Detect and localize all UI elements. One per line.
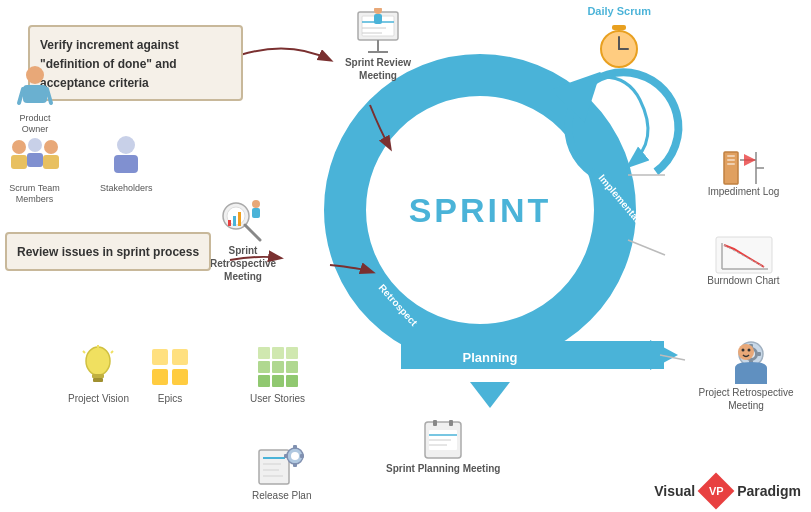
actor-stakeholders-label: Stakeholders bbox=[100, 183, 153, 194]
impediment-log-item: Impediment Log bbox=[686, 150, 801, 197]
svg-point-103 bbox=[748, 349, 751, 352]
svg-rect-60 bbox=[152, 369, 168, 385]
svg-rect-32 bbox=[252, 208, 260, 218]
planning-icon bbox=[421, 418, 465, 462]
svg-rect-51 bbox=[114, 155, 138, 173]
svg-rect-58 bbox=[152, 349, 168, 365]
svg-rect-29 bbox=[233, 216, 236, 226]
svg-point-52 bbox=[86, 347, 110, 375]
svg-point-102 bbox=[742, 349, 745, 352]
svg-rect-67 bbox=[286, 361, 298, 373]
svg-rect-38 bbox=[433, 420, 437, 426]
sprint-retro-meeting: Sprint Retrospective Meeting bbox=[198, 198, 288, 283]
release-plan-item: Release Plan bbox=[252, 440, 311, 501]
svg-text:SPRINT: SPRINT bbox=[409, 191, 552, 229]
sprint-planning-meeting: Sprint Planning Meeting bbox=[386, 418, 500, 475]
sprint-review-meeting: Sprint Review Meeting bbox=[338, 8, 418, 82]
svg-line-42 bbox=[19, 89, 23, 103]
sprint-retro-label: Sprint Retrospective Meeting bbox=[198, 244, 288, 283]
epics-item: Epics bbox=[148, 345, 192, 404]
svg-point-46 bbox=[28, 138, 42, 152]
svg-text:Review: Review bbox=[400, 116, 431, 150]
svg-rect-30 bbox=[238, 212, 241, 226]
svg-rect-39 bbox=[449, 420, 453, 426]
svg-line-43 bbox=[47, 89, 51, 103]
daily-scrum-label: Daily Scrum bbox=[587, 5, 651, 17]
vp-visual-text: Visual bbox=[654, 483, 695, 499]
svg-point-31 bbox=[252, 200, 260, 208]
svg-rect-45 bbox=[11, 155, 27, 169]
impediment-log-label: Impediment Log bbox=[708, 186, 780, 197]
svg-rect-49 bbox=[43, 155, 59, 169]
svg-rect-47 bbox=[27, 153, 43, 167]
burndown-chart-item: Burndown Chart bbox=[686, 235, 801, 286]
user-stories-item: User Stories bbox=[250, 345, 305, 404]
svg-rect-84 bbox=[727, 159, 735, 161]
epics-label: Epics bbox=[148, 393, 192, 404]
actor-stakeholders: Stakeholders bbox=[100, 135, 153, 194]
svg-rect-15 bbox=[612, 25, 626, 30]
stakeholders-icon bbox=[106, 135, 146, 179]
svg-rect-79 bbox=[293, 463, 297, 467]
svg-point-50 bbox=[117, 136, 135, 154]
svg-point-101 bbox=[738, 344, 754, 360]
svg-text:Implementation: Implementation bbox=[596, 172, 652, 236]
svg-rect-62 bbox=[258, 347, 270, 359]
actor-product-owner-label: Product Owner bbox=[5, 113, 65, 135]
callout-review-issues: Review issues in sprint process bbox=[5, 232, 211, 271]
svg-rect-54 bbox=[93, 378, 103, 382]
svg-point-40 bbox=[26, 66, 44, 84]
svg-point-44 bbox=[12, 140, 26, 154]
svg-rect-83 bbox=[727, 155, 735, 157]
svg-rect-78 bbox=[293, 445, 297, 449]
lightbulb-icon bbox=[76, 345, 120, 389]
burndown-chart-label: Burndown Chart bbox=[707, 275, 779, 286]
svg-rect-85 bbox=[727, 163, 735, 165]
sprint-review-label: Sprint Review Meeting bbox=[338, 56, 418, 82]
svg-point-0 bbox=[345, 75, 615, 345]
project-retro-label: Project Retrospective Meeting bbox=[686, 386, 806, 412]
clock-icon bbox=[594, 21, 644, 71]
svg-marker-8 bbox=[470, 382, 510, 408]
impediment-log-icon bbox=[722, 150, 766, 186]
svg-rect-66 bbox=[272, 361, 284, 373]
svg-rect-68 bbox=[258, 375, 270, 387]
svg-point-77 bbox=[291, 452, 299, 460]
vp-paradigm-text: Paradigm bbox=[737, 483, 801, 499]
svg-line-57 bbox=[111, 351, 113, 353]
svg-rect-59 bbox=[172, 349, 188, 365]
svg-point-48 bbox=[44, 140, 58, 154]
callout-review-issues-text: Review issues in sprint process bbox=[17, 245, 199, 259]
vp-logo: Visual VP Paradigm bbox=[654, 478, 801, 504]
svg-line-11 bbox=[660, 355, 685, 360]
svg-point-1 bbox=[377, 107, 583, 313]
svg-rect-80 bbox=[284, 454, 288, 458]
actor-product-owner: Product Owner bbox=[5, 65, 65, 135]
svg-rect-63 bbox=[272, 347, 284, 359]
release-plan-icon bbox=[257, 440, 307, 486]
svg-rect-65 bbox=[258, 361, 270, 373]
svg-rect-69 bbox=[272, 375, 284, 387]
daily-scrum: Daily Scrum bbox=[587, 5, 651, 80]
svg-rect-53 bbox=[92, 374, 104, 378]
svg-line-56 bbox=[83, 351, 85, 353]
release-plan-label: Release Plan bbox=[252, 490, 311, 501]
svg-rect-81 bbox=[300, 454, 304, 458]
actor-scrum-team-label: Scrum Team Members bbox=[2, 183, 67, 205]
svg-line-10 bbox=[628, 240, 665, 255]
scrum-team-icon bbox=[5, 135, 65, 179]
epics-icon bbox=[148, 345, 192, 389]
product-owner-icon bbox=[15, 65, 55, 109]
vp-diamond-shape: VP bbox=[698, 473, 735, 510]
user-stories-icon bbox=[256, 345, 300, 389]
project-retro-icon bbox=[721, 340, 771, 386]
svg-rect-100 bbox=[757, 352, 761, 356]
presentation-icon bbox=[354, 8, 402, 56]
project-vision-label: Project Vision bbox=[68, 393, 129, 404]
project-vision: Project Vision bbox=[68, 345, 129, 404]
svg-rect-70 bbox=[286, 375, 298, 387]
actor-scrum-team: Scrum Team Members bbox=[2, 135, 67, 205]
sprint-planning-label: Sprint Planning Meeting bbox=[386, 462, 500, 475]
svg-rect-64 bbox=[286, 347, 298, 359]
svg-text:Planning: Planning bbox=[463, 350, 518, 365]
